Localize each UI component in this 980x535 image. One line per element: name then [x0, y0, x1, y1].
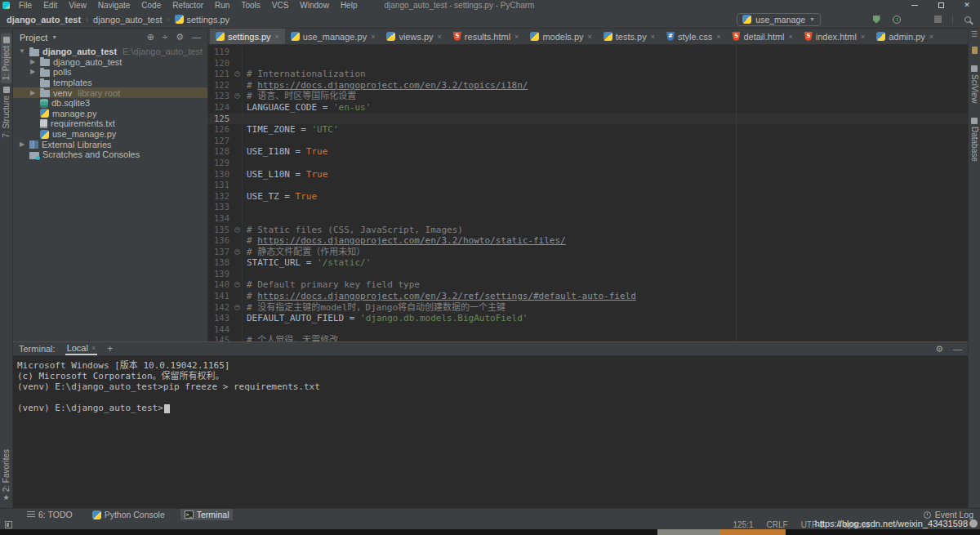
breadcrumb-item-django-auto-test[interactable]: django_auto_test	[7, 15, 81, 25]
editor-tab-settings-py[interactable]: settings.py×	[210, 29, 285, 44]
menu-view[interactable]: View	[63, 1, 92, 10]
close-icon[interactable]: ×	[789, 33, 793, 41]
fold-icon[interactable]: −	[234, 93, 240, 99]
menu-edit[interactable]: Edit	[38, 1, 63, 10]
editor-tab-tests-py[interactable]: tests.py×	[598, 29, 661, 44]
tree-item-polls[interactable]: ▶polls	[13, 67, 207, 78]
editor-tab-admin-py[interactable]: admin.py×	[871, 29, 939, 44]
line-number: 140	[208, 279, 233, 291]
tool-window-switcher-icon[interactable]	[5, 521, 12, 528]
tree-item-templates[interactable]: templates	[13, 78, 207, 88]
editor-tab-style-css[interactable]: style.css×	[661, 29, 726, 44]
menu-vcs[interactable]: VCS	[266, 1, 295, 10]
editor-options-icon[interactable]: ☰	[971, 31, 978, 38]
tree-item-use-manage-py[interactable]: use_manage.py	[13, 129, 207, 140]
fold-icon[interactable]: −	[234, 227, 240, 233]
chevron-expanded-icon[interactable]: ▼	[18, 47, 26, 56]
breadcrumb-item-django-auto-test[interactable]: django_auto_test	[93, 15, 162, 25]
tree-item-venv[interactable]: ▶venvlibrary root	[13, 87, 207, 98]
tool-window-button-python-console[interactable]: Python Console	[88, 509, 169, 520]
code-editor[interactable]: 119120121−# Internationalization122# htt…	[208, 45, 968, 341]
fold-icon[interactable]: −	[234, 282, 240, 288]
close-icon[interactable]: ×	[588, 33, 592, 41]
minus-icon[interactable]: —	[192, 33, 201, 42]
chevron-collapsed-icon[interactable]: ▶	[18, 140, 26, 149]
hide-panel-icon[interactable]: —	[953, 345, 962, 354]
tool-window-button-6-todo[interactable]: 6: TODO	[23, 509, 77, 520]
menu-tools[interactable]: Tools	[235, 1, 265, 10]
project-panel-title[interactable]: Project	[20, 33, 47, 42]
menu-navigate[interactable]: Navigate	[92, 1, 136, 10]
menu-code[interactable]: Code	[136, 1, 167, 10]
code-link[interactable]: https://docs.djangoproject.com/en/3.2/re…	[257, 291, 636, 301]
tree-item-manage-py[interactable]: manage.py	[13, 109, 207, 119]
code-link[interactable]: https://docs.djangoproject.com/en/3.2/to…	[257, 80, 528, 91]
tree-item-requirements-txt[interactable]: requirements.txt	[13, 118, 207, 129]
tool-button-database[interactable]: Database	[969, 114, 980, 165]
gear-icon[interactable]: ⚙	[176, 33, 184, 42]
close-icon[interactable]: ×	[91, 344, 96, 352]
chevron-collapsed-icon[interactable]: ▶	[29, 88, 37, 98]
tool-button-1-project[interactable]: 1: Project	[1, 33, 11, 83]
fold-icon[interactable]: −	[234, 249, 240, 255]
close-button[interactable]: ✕	[954, 0, 980, 11]
editor-tab-detail-html[interactable]: detail.html×	[726, 29, 798, 44]
code-link[interactable]: https://docs.djangoproject.com/en/3.2/ho…	[257, 235, 566, 246]
new-terminal-button[interactable]: +	[107, 344, 113, 354]
debug-button[interactable]	[850, 14, 862, 25]
stop-button[interactable]	[932, 14, 943, 25]
tree-item-external-libraries[interactable]: ▶External Libraries	[13, 139, 207, 149]
terminal-tab-local[interactable]: Local ×	[65, 342, 98, 355]
breadcrumb-item-settings-py[interactable]: settings.py	[175, 15, 230, 25]
python-icon	[742, 15, 751, 24]
search-button[interactable]	[962, 14, 973, 25]
coverage-button[interactable]	[871, 14, 882, 25]
editor-tab-use-manage-py[interactable]: use_manage.py×	[285, 29, 381, 44]
tree-item-django-auto-test[interactable]: ▼django_auto_testE:\django_auto_test	[13, 47, 207, 57]
close-icon[interactable]: ×	[716, 33, 720, 41]
close-icon[interactable]: ×	[371, 33, 375, 41]
tool-window-button-terminal[interactable]: Terminal	[180, 509, 234, 520]
tool-button-2-favorites[interactable]: 2: Favorites★	[1, 446, 11, 505]
minimize-button[interactable]	[902, 0, 928, 11]
fold-icon[interactable]: −	[234, 305, 240, 310]
code-text	[243, 58, 247, 69]
tree-item-db-sqlite3[interactable]: db.sqlite3	[13, 98, 207, 109]
maximize-button[interactable]	[928, 0, 954, 11]
editor-tab-models-py[interactable]: models.py×	[524, 29, 597, 44]
terminal-output[interactable]: Microsoft Windows [版本 10.0.19042.1165](c…	[13, 356, 968, 508]
editor-tab-index-html[interactable]: index.html×	[799, 29, 871, 44]
menu-help[interactable]: Help	[335, 1, 363, 10]
fold-icon[interactable]: −	[234, 71, 240, 77]
close-icon[interactable]: ×	[929, 33, 933, 41]
close-icon[interactable]: ×	[275, 33, 279, 41]
taskbar-item-active[interactable]	[720, 529, 786, 535]
editor-tab-views-py[interactable]: views.py×	[381, 29, 447, 44]
terminal-prompt[interactable]: (venv) E:\django_auto_test>	[17, 403, 968, 413]
run-with-button[interactable]	[911, 14, 923, 25]
line-separator[interactable]: CRLF	[767, 520, 788, 529]
close-icon[interactable]: ×	[651, 33, 655, 41]
close-icon[interactable]: ×	[438, 33, 442, 41]
tree-item-django-auto-test[interactable]: ▶django_auto_test	[13, 57, 207, 68]
run-button[interactable]	[830, 14, 841, 25]
locate-icon[interactable]: ⊕	[147, 33, 154, 42]
menu-window[interactable]: Window	[294, 1, 335, 10]
caret-position[interactable]: 125:1	[733, 520, 753, 529]
close-icon[interactable]: ×	[861, 33, 865, 41]
chevron-collapsed-icon[interactable]: ▶	[29, 67, 37, 77]
profiler-button[interactable]	[891, 14, 902, 25]
menu-file[interactable]: File	[13, 1, 38, 10]
close-icon[interactable]: ×	[514, 33, 519, 41]
chevron-collapsed-icon[interactable]: ▶	[29, 57, 37, 67]
editor-tab-results-html[interactable]: results.html×	[448, 29, 525, 44]
taskbar-item[interactable]	[657, 529, 720, 535]
tool-button-7-structure[interactable]: 7: Structure	[1, 83, 11, 141]
tree-item-scratches-and-consoles[interactable]: Scratches and Consoles	[13, 149, 207, 160]
tool-button-sciview[interactable]: SciView	[969, 62, 980, 106]
menu-refactor[interactable]: Refactor	[167, 1, 209, 10]
collapse-icon[interactable]: ÷	[163, 33, 167, 42]
gear-icon[interactable]: ⚙	[935, 345, 943, 354]
menu-run[interactable]: Run	[209, 1, 235, 10]
run-configuration-select[interactable]: use_manage ▼	[737, 13, 821, 26]
